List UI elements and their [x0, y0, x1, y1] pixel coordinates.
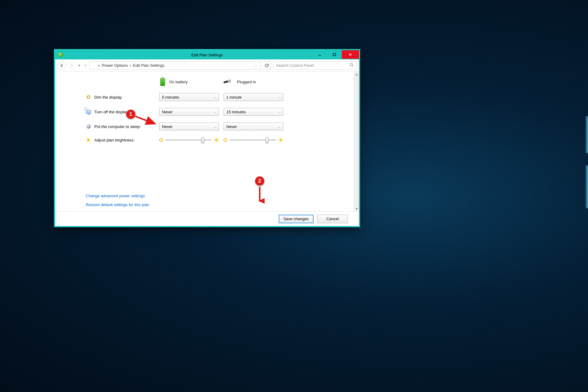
- refresh-button[interactable]: [262, 61, 271, 70]
- restore-defaults-link[interactable]: Restore default settings for this plan: [86, 202, 149, 207]
- cancel-button[interactable]: Cancel: [317, 215, 348, 223]
- settings-grid: On battery Plugged in Dim the display: 5…: [86, 77, 350, 149]
- dim-battery-select[interactable]: 5 minutes⌵: [159, 93, 219, 101]
- slider-track[interactable]: [165, 139, 212, 141]
- minimize-button[interactable]: [312, 50, 327, 59]
- up-button[interactable]: ↑: [82, 63, 88, 68]
- bg-light-streak: [585, 116, 588, 153]
- breadcrumb-power-options[interactable]: Power Options: [102, 63, 128, 68]
- annotation-badge-2: 2: [255, 176, 264, 186]
- chevron-down-icon: ⌵: [279, 96, 281, 99]
- breadcrumb-prefix: «: [98, 63, 100, 68]
- column-headers: On battery Plugged in: [86, 77, 350, 86]
- vertical-scrollbar[interactable]: ▲ ▼: [354, 72, 359, 211]
- annotation-arrow-1: [134, 115, 158, 127]
- slider-thumb[interactable]: [266, 137, 269, 143]
- chevron-down-icon: ⌵: [214, 96, 216, 99]
- chevron-down-icon: ⌵: [214, 110, 216, 114]
- turn-off-display-label: Turn off the display:: [86, 109, 159, 115]
- battery-icon: [159, 77, 166, 86]
- bg-light-streak: [585, 165, 588, 208]
- slider-thumb[interactable]: [201, 137, 204, 143]
- sleep-battery-select[interactable]: Never⌵: [159, 123, 219, 130]
- breadcrumb-separator-icon: ▸: [130, 64, 131, 67]
- scroll-down-icon[interactable]: ▼: [354, 206, 359, 211]
- chevron-down-icon: ⌵: [279, 125, 281, 128]
- footer: Save changes Cancel: [55, 211, 359, 226]
- dim-display-label: Dim the display:: [86, 94, 159, 100]
- plug-icon: [224, 79, 234, 85]
- dim-icon: [86, 94, 91, 100]
- brightness-plugged-slider[interactable]: [224, 138, 283, 142]
- plugged-in-label: Plugged in: [237, 80, 256, 84]
- turnoff-battery-select[interactable]: Never⌵: [159, 108, 219, 116]
- search-input[interactable]: [276, 63, 349, 68]
- bright-sun-icon: [214, 138, 219, 142]
- advanced-settings-link[interactable]: Change advanced power settings: [86, 194, 149, 198]
- brightness-label: Adjust plan brightness:: [86, 137, 159, 143]
- brightness-battery-slider[interactable]: [159, 138, 219, 142]
- annotation-arrow-2: [257, 186, 265, 204]
- scroll-up-icon[interactable]: ▲: [354, 72, 359, 77]
- back-button[interactable]: [58, 61, 66, 70]
- plugged-in-header: Plugged in: [224, 79, 288, 85]
- on-battery-label: On battery: [169, 80, 188, 84]
- window-buttons: [312, 50, 359, 59]
- dim-sun-icon: [224, 138, 227, 142]
- chevron-down-icon: ⌵: [279, 110, 281, 114]
- moon-icon: [86, 124, 91, 129]
- dim-plugged-select[interactable]: 1 minute⌵: [224, 93, 283, 101]
- dim-sun-icon: [159, 138, 163, 142]
- links-section: Change advanced power settings Restore d…: [86, 194, 149, 207]
- slider-track[interactable]: [230, 139, 276, 141]
- search-box[interactable]: [273, 61, 356, 70]
- sleep-plugged-select[interactable]: Never⌵: [224, 123, 283, 130]
- edit-plan-settings-window: Edit Plan Settings ▾ ↑ « Power Options: [54, 49, 360, 227]
- history-dropdown-icon[interactable]: ▾: [77, 64, 81, 67]
- toolbar: ▾ ↑ « Power Options ▸ Edit Plan Settings…: [55, 59, 359, 72]
- content-area: ▲ ▼ On battery Plugged in Dim the di: [55, 72, 359, 211]
- on-battery-header: On battery: [159, 77, 224, 86]
- sleep-row: Put the computer to sleep: Never⌵ Never⌵: [86, 123, 350, 130]
- bright-sun-icon: [278, 138, 283, 142]
- location-icon: [92, 63, 96, 68]
- svg-rect-1: [333, 53, 336, 56]
- address-bar[interactable]: « Power Options ▸ Edit Plan Settings ⌵: [89, 61, 261, 70]
- turnoff-plugged-select[interactable]: 15 minutes⌵: [224, 108, 283, 116]
- close-button[interactable]: [342, 50, 359, 59]
- dim-display-row: Dim the display: 5 minutes⌵ 1 minute⌵: [86, 93, 350, 101]
- monitor-clock-icon: [86, 109, 91, 115]
- brightness-row: Adjust plan brightness:: [86, 137, 350, 143]
- breadcrumb-edit-plan[interactable]: Edit Plan Settings: [133, 63, 165, 68]
- chevron-down-icon: ⌵: [214, 125, 216, 128]
- maximize-button[interactable]: [327, 50, 342, 59]
- svg-line-6: [135, 116, 155, 124]
- save-changes-button[interactable]: Save changes: [279, 215, 314, 223]
- svg-point-4: [350, 63, 352, 66]
- turn-off-display-row: Turn off the display: Never⌵ 15 minutes⌵: [86, 108, 350, 116]
- forward-button[interactable]: [67, 61, 76, 70]
- sun-icon: [86, 137, 91, 143]
- search-icon: [349, 63, 354, 68]
- address-dropdown-icon[interactable]: ⌵: [253, 64, 259, 67]
- svg-line-5: [352, 66, 353, 67]
- titlebar[interactable]: Edit Plan Settings: [55, 50, 359, 59]
